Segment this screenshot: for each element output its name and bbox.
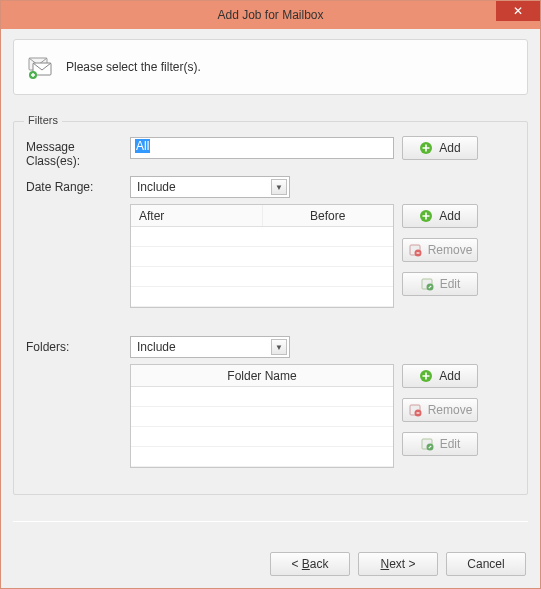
footer-buttons: < Back Next > Cancel xyxy=(270,552,526,576)
date-range-remove-button[interactable]: Remove xyxy=(402,238,478,262)
folders-label: Folders: xyxy=(26,336,130,354)
filters-fieldset: Filters Message Class(es): All Add xyxy=(13,121,528,495)
content-area: Please select the filter(s). Filters Mes… xyxy=(1,29,540,507)
plus-icon xyxy=(419,369,433,383)
folders-mode-combo[interactable]: Include ▼ xyxy=(130,336,290,358)
date-range-col-before: Before xyxy=(263,205,394,226)
date-range-grid-header: After Before xyxy=(131,205,393,227)
mailbox-icon xyxy=(26,55,54,79)
chevron-down-icon: ▼ xyxy=(271,179,287,195)
date-range-label: Date Range: xyxy=(26,176,130,194)
message-classes-row: Message Class(es): All Add xyxy=(26,136,515,168)
next-button[interactable]: Next > xyxy=(358,552,438,576)
folders-add-button[interactable]: Add xyxy=(402,364,478,388)
folders-grid-header: Folder Name xyxy=(131,365,393,387)
chevron-down-icon: ▼ xyxy=(271,339,287,355)
date-range-row: Date Range: Include ▼ After Before xyxy=(26,176,515,308)
close-button[interactable]: ✕ xyxy=(496,1,540,21)
date-range-edit-button[interactable]: Edit xyxy=(402,272,478,296)
edit-icon xyxy=(420,437,434,451)
folders-grid-body xyxy=(131,387,393,467)
message-classes-value: All xyxy=(135,139,150,153)
window-title: Add Job for Mailbox xyxy=(217,8,323,22)
instruction-panel: Please select the filter(s). xyxy=(13,39,528,95)
close-icon: ✕ xyxy=(513,4,523,18)
message-classes-label: Message Class(es): xyxy=(26,136,130,168)
plus-icon xyxy=(419,209,433,223)
date-range-mode-value: Include xyxy=(137,180,176,194)
message-classes-add-button[interactable]: Add xyxy=(402,136,478,160)
folders-mode-value: Include xyxy=(137,340,176,354)
date-range-grid[interactable]: After Before xyxy=(130,204,394,308)
message-classes-input[interactable]: All xyxy=(130,137,394,159)
edit-icon xyxy=(420,277,434,291)
date-range-col-after: After xyxy=(131,205,263,226)
back-button[interactable]: < Back xyxy=(270,552,350,576)
date-range-add-button[interactable]: Add xyxy=(402,204,478,228)
folders-edit-button[interactable]: Edit xyxy=(402,432,478,456)
date-range-grid-body xyxy=(131,227,393,307)
cancel-button[interactable]: Cancel xyxy=(446,552,526,576)
folders-col-name: Folder Name xyxy=(131,365,393,386)
plus-icon xyxy=(419,141,433,155)
titlebar: Add Job for Mailbox ✕ xyxy=(1,1,540,29)
dialog-window: Add Job for Mailbox ✕ Please select the … xyxy=(0,0,541,589)
remove-icon xyxy=(408,403,422,417)
folders-remove-button[interactable]: Remove xyxy=(402,398,478,422)
folders-grid[interactable]: Folder Name xyxy=(130,364,394,468)
date-range-mode-combo[interactable]: Include ▼ xyxy=(130,176,290,198)
folders-row: Folders: Include ▼ Folder Name xyxy=(26,336,515,468)
remove-icon xyxy=(408,243,422,257)
filters-legend: Filters xyxy=(24,114,62,126)
instruction-text: Please select the filter(s). xyxy=(66,60,201,74)
footer-divider xyxy=(13,521,528,522)
